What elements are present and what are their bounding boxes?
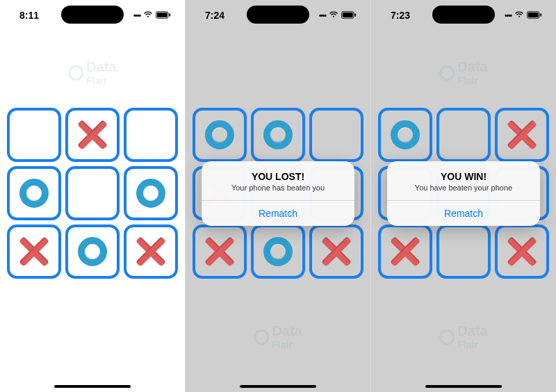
status-bar: 7:23•••• — [371, 0, 556, 31]
cell-0-2[interactable] — [309, 108, 363, 162]
status-bar: 7:24•••• — [186, 0, 370, 31]
alert-title: YOU LOST! — [210, 171, 346, 182]
svg-rect-1 — [157, 12, 167, 17]
x-mark-icon — [507, 237, 537, 266]
watermark-bottom: Flair — [457, 339, 487, 350]
o-mark-icon — [263, 120, 293, 149]
svg-rect-2 — [169, 13, 170, 16]
cell-0-1[interactable] — [65, 108, 120, 162]
svg-rect-5 — [354, 13, 356, 16]
o-mark-icon — [19, 179, 49, 208]
cell-2-2[interactable] — [124, 224, 178, 279]
rematch-button[interactable]: Rematch — [387, 200, 540, 226]
wifi-icon — [514, 11, 524, 19]
alert-title: YOU WIN! — [395, 171, 532, 182]
phone-screen-2: 7:23••••DataFlairDataFlairYOU WIN!You ha… — [371, 0, 556, 392]
watermark: DataFlair — [439, 59, 487, 86]
rematch-button[interactable]: Rematch — [202, 200, 354, 226]
cell-2-0[interactable] — [193, 224, 247, 279]
o-mark-icon — [136, 179, 165, 208]
cell-2-1[interactable] — [65, 224, 120, 279]
o-mark-icon — [205, 120, 234, 149]
cell-0-1[interactable] — [251, 108, 305, 162]
notch — [61, 6, 124, 24]
status-time: 7:24 — [205, 10, 240, 21]
x-mark-icon — [19, 237, 49, 266]
game-board — [7, 108, 178, 279]
o-mark-icon — [391, 120, 420, 149]
watermark: DataFlair — [439, 323, 487, 350]
cell-1-1[interactable] — [65, 166, 120, 220]
phone-screen-1: 7:24••••DataFlairYOU LOST!Your phone has… — [186, 0, 371, 392]
cell-1-2[interactable] — [124, 166, 178, 220]
x-mark-icon — [322, 237, 351, 266]
battery-icon — [527, 11, 542, 20]
x-mark-icon — [391, 237, 420, 266]
home-indicator[interactable] — [54, 385, 131, 388]
watermark: DataFlair — [68, 59, 116, 86]
notch — [247, 6, 309, 24]
battery-icon — [341, 11, 357, 20]
o-mark-icon — [78, 237, 107, 266]
watermark-top: Data — [86, 59, 116, 75]
cell-0-2[interactable] — [495, 108, 549, 162]
cell-0-0[interactable] — [7, 108, 61, 162]
cellular-icon: •••• — [505, 12, 512, 19]
alert-message: Your phone has beaten you — [210, 183, 346, 192]
cell-1-0[interactable] — [7, 166, 61, 220]
watermark: DataFlair — [254, 323, 302, 350]
cell-0-1[interactable] — [436, 108, 491, 162]
wifi-icon — [143, 11, 153, 19]
phone-screen-0: 8:11••••DataFlair — [0, 0, 186, 392]
watermark-bottom: Flair — [272, 339, 302, 350]
cell-0-0[interactable] — [193, 108, 247, 162]
watermark-bottom: Flair — [457, 75, 487, 86]
x-mark-icon — [78, 120, 107, 149]
cell-2-2[interactable] — [309, 224, 363, 279]
cell-2-0[interactable] — [7, 224, 61, 279]
svg-rect-8 — [540, 13, 541, 16]
watermark-bottom: Flair — [86, 75, 116, 86]
o-mark-icon — [263, 237, 293, 266]
cell-0-2[interactable] — [124, 108, 178, 162]
notch — [432, 6, 495, 24]
cell-2-0[interactable] — [378, 224, 432, 279]
svg-rect-4 — [343, 12, 353, 17]
alert-message: You have beaten your phone — [395, 183, 532, 192]
wifi-icon — [329, 11, 338, 19]
result-alert: YOU LOST!Your phone has beaten youRematc… — [202, 161, 354, 226]
home-indicator[interactable] — [425, 385, 502, 388]
x-mark-icon — [205, 237, 234, 266]
status-time: 7:23 — [391, 10, 425, 21]
status-time: 8:11 — [19, 10, 54, 21]
watermark-top: Data — [457, 323, 487, 339]
battery-icon — [156, 11, 171, 20]
cell-2-1[interactable] — [251, 224, 305, 279]
home-indicator[interactable] — [240, 385, 316, 388]
cellular-icon: •••• — [319, 12, 326, 19]
x-mark-icon — [136, 237, 165, 266]
cell-2-2[interactable] — [495, 224, 549, 279]
watermark-top: Data — [457, 59, 487, 75]
cell-0-0[interactable] — [378, 108, 432, 162]
svg-rect-7 — [528, 12, 539, 17]
watermark-top: Data — [272, 323, 302, 339]
cellular-icon: •••• — [133, 12, 140, 19]
status-bar: 8:11•••• — [0, 0, 185, 31]
cell-2-1[interactable] — [436, 224, 491, 279]
result-alert: YOU WIN!You have beaten your phoneRematc… — [387, 161, 540, 226]
x-mark-icon — [507, 120, 537, 149]
